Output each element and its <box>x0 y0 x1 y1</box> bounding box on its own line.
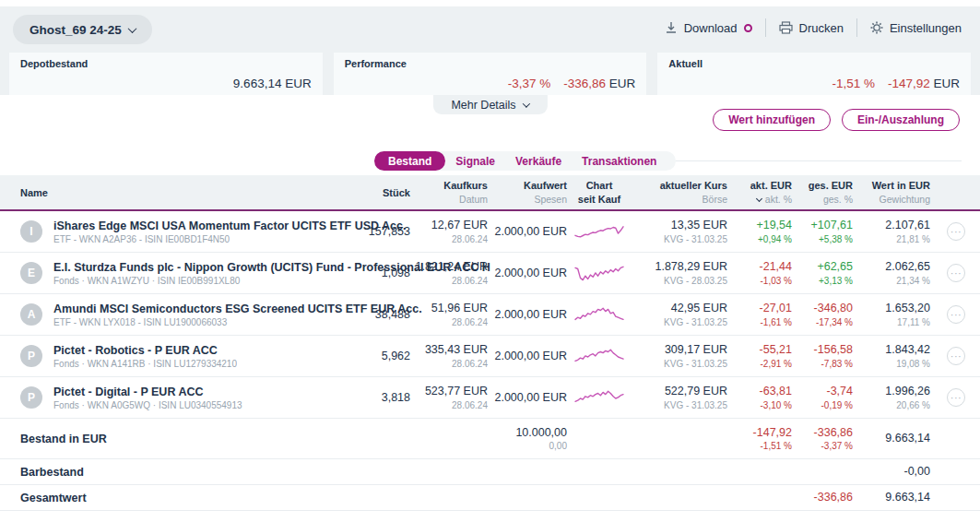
summary-card-depotbestand: Depotbestand 9.663,14 EUR <box>9 53 323 95</box>
sparkline-chart[interactable] <box>567 303 632 326</box>
gesamtwert-ges-cell: -336,86 <box>792 490 853 504</box>
kurs-cell: 13,35 EURKVG - 31.03.25 <box>632 218 727 244</box>
asset-subtitle: ETF - WKN LYX018 - ISIN LU1900066033 <box>53 317 342 327</box>
toolbar-divider <box>765 18 766 37</box>
row-menu-button[interactable]: ··· <box>947 305 965 324</box>
column-header-chart[interactable]: Chartseit Kauf <box>567 179 632 207</box>
kaufwert-cell: 2.000,00 EUR <box>488 266 567 280</box>
asset-subtitle: Fonds · WKN A0G5WQ · ISIN LU0340554913 <box>53 400 242 410</box>
kurs-cell: 309,17 EURKVG - 31.03.25 <box>632 342 727 369</box>
ellipsis-icon: ··· <box>950 267 962 279</box>
asset-title[interactable]: Pictet - Robotics - P EUR ACC <box>53 344 218 357</box>
tab-bar: Bestand Signale Verkäufe Transaktionen <box>374 151 676 171</box>
tab-transaktionen[interactable]: Transaktionen <box>572 151 667 171</box>
akt-cell: -27,01-1,61 % <box>727 301 792 327</box>
wert-cell: 1.996,2620,66 % <box>853 384 930 410</box>
totals-row-gesamtwert: Gesamtwert -336,86 9.663,14 <box>0 485 980 511</box>
totals-row-bestand: Bestand in EUR 10.000,000,00 -147,92-1,5… <box>0 419 980 459</box>
stueck-cell: 38,488 <box>351 307 410 322</box>
kaufwert-total-cell: 10.000,000,00 <box>488 425 567 452</box>
wert-cell: 1.653,2017,11 % <box>853 301 930 327</box>
sparkline-chart[interactable] <box>567 261 632 285</box>
kurs-cell: 1.878,29 EURKVG - 28.03.25 <box>632 259 727 286</box>
row-menu-button[interactable]: ··· <box>947 264 965 282</box>
column-header-wert[interactable]: Wert in EURGewichtung <box>853 179 930 206</box>
row-menu-button[interactable]: ··· <box>947 347 965 365</box>
download-plus-badge-icon <box>744 24 752 32</box>
wert-cell: 1.843,4219,08 % <box>853 342 930 369</box>
printer-icon <box>779 21 793 34</box>
gear-icon <box>870 21 883 34</box>
mehr-details-label: Mehr Details <box>451 99 515 112</box>
gesamtwert-value-cell: 9.663,14 <box>853 490 930 504</box>
column-header-kurs[interactable]: aktueller KursBörse <box>632 179 727 206</box>
column-header-ges[interactable]: ges. EURges. % <box>792 179 853 206</box>
table-row: E E.I. Sturdza Funds plc - Nippon Growth… <box>0 253 980 294</box>
column-header-name[interactable]: Name <box>20 184 351 201</box>
stueck-cell: 1,098 <box>351 266 410 280</box>
ges-total-cell: -336,86-3,37 % <box>792 425 853 452</box>
print-button[interactable]: Drucken <box>779 21 844 35</box>
wert-cell: 2.107,6121,81 % <box>853 218 930 244</box>
asset-letter-icon: I <box>20 220 42 243</box>
table-row: A Amundi MSCI Semiconductors ESG Screene… <box>0 294 980 336</box>
sparkline-chart[interactable] <box>567 344 632 368</box>
mehr-details-button[interactable]: Mehr Details <box>432 95 547 114</box>
asset-name-cell[interactable]: P Pictet - Robotics - P EUR ACCFonds · W… <box>20 343 351 369</box>
asset-subtitle: Fonds · WKN A1WZYU · ISIN IE00B991XL80 <box>53 276 342 286</box>
asset-name-cell[interactable]: A Amundi MSCI Semiconductors ESG Screene… <box>20 302 351 327</box>
asset-name-cell[interactable]: E E.I. Sturdza Funds plc - Nippon Growth… <box>20 260 351 286</box>
asset-name-cell[interactable]: I iShares Edge MSCI USA Momentum Factor … <box>20 219 351 244</box>
performance-percent: -3,37 % <box>508 77 551 90</box>
akt-total-cell: -147,92-1,51 % <box>727 425 792 452</box>
column-header-kaufwert[interactable]: KaufwertSpesen <box>488 179 567 206</box>
summary-card-performance: Performance -3,37 %-336,86 EUR <box>334 53 647 95</box>
barbestand-value-cell: -0,00 <box>853 464 930 479</box>
kaufkurs-cell: 335,43 EUR28.06.24 <box>410 342 488 369</box>
summary-value: -1,51 %-147,92 EUR <box>668 77 960 90</box>
kaufwert-cell: 2.000,00 EUR <box>488 307 567 322</box>
chevron-down-icon <box>127 24 136 33</box>
totals-label: Barbestand <box>20 466 351 479</box>
download-icon <box>665 21 678 34</box>
akt-cell: +19,54+0,94 % <box>727 218 792 244</box>
asset-subtitle: ETF - WKN A2AP36 - ISIN IE00BD1F4N50 <box>53 234 342 244</box>
kaufwert-cell: 2.000,00 EUR <box>488 224 567 239</box>
toolbar-divider <box>856 18 857 37</box>
asset-title[interactable]: Pictet - Digital - P EUR ACC <box>53 386 204 398</box>
summary-label: Performance <box>345 58 636 69</box>
asset-name-cell[interactable]: P Pictet - Digital - P EUR ACCFonds · WK… <box>20 385 351 410</box>
ges-cell: +62,65+3,13 % <box>792 259 853 286</box>
sparkline-chart[interactable] <box>567 386 632 409</box>
portfolio-selector-button[interactable]: Ghost_69 24-25 <box>13 15 152 44</box>
aktuell-percent: -1,51 % <box>832 77 875 90</box>
stueck-cell: 3,818 <box>351 390 410 405</box>
deposit-withdraw-button[interactable]: Ein-/Auszahlung <box>842 109 960 131</box>
table-row: P Pictet - Robotics - P EUR ACCFonds · W… <box>0 336 980 377</box>
column-header-kaufkurs[interactable]: KaufkursDatum <box>410 179 488 206</box>
wert-total-cell: 9.663,14 <box>853 431 930 445</box>
asset-letter-icon: A <box>20 303 42 326</box>
settings-label: Einstellungen <box>890 21 962 35</box>
row-menu-button[interactable]: ··· <box>947 388 965 407</box>
settings-button[interactable]: Einstellungen <box>870 21 962 35</box>
summary-label: Depotbestand <box>20 58 312 69</box>
row-menu-button[interactable]: ··· <box>947 222 965 241</box>
header-band: Ghost_69 24-25 Download Drucken <box>0 6 980 95</box>
totals-label: Bestand in EUR <box>20 433 351 445</box>
tab-bestand[interactable]: Bestand <box>374 151 445 171</box>
kaufkurs-cell: 12,67 EUR28.06.24 <box>410 218 488 244</box>
tab-signale[interactable]: Signale <box>445 151 505 171</box>
holdings-table: Name Stück KaufkursDatum KaufwertSpesen … <box>0 175 980 511</box>
summary-label: Aktuell <box>668 58 960 69</box>
totals-label: Gesamtwert <box>20 492 351 504</box>
download-button[interactable]: Download <box>665 21 752 35</box>
table-row: P Pictet - Digital - P EUR ACCFonds · WK… <box>0 377 980 419</box>
sparkline-chart[interactable] <box>567 219 632 243</box>
column-header-stueck[interactable]: Stück <box>351 184 410 201</box>
portfolio-selector-label: Ghost_69 24-25 <box>30 23 122 37</box>
add-value-button[interactable]: Wert hinzufügen <box>713 109 831 131</box>
column-header-akt[interactable]: akt. EURakt. % <box>727 179 792 206</box>
tab-verkaeufe[interactable]: Verkäufe <box>505 151 572 171</box>
asset-subtitle: Fonds · WKN A141RB · ISIN LU1279334210 <box>53 359 237 369</box>
